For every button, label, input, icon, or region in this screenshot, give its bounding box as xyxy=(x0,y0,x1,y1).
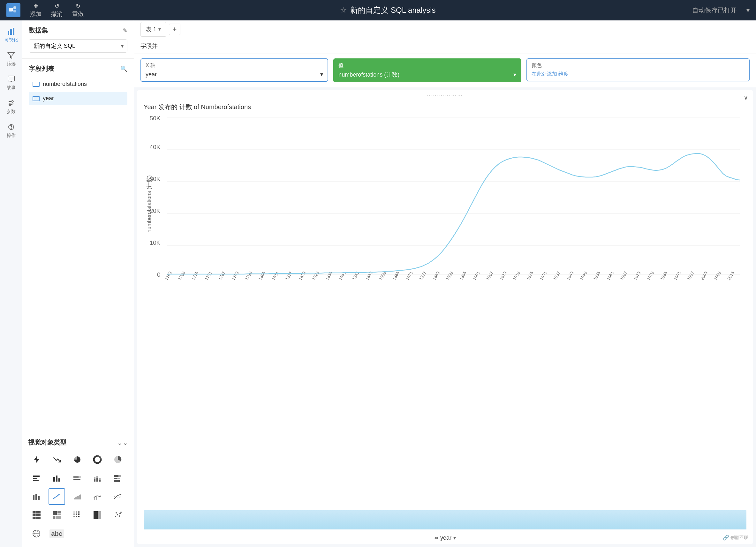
svg-text:1931: 1931 xyxy=(539,271,548,281)
field-name: numberofstations xyxy=(43,81,87,87)
vis-types-section: 视觉对象类型 ⌄⌄ xyxy=(22,433,134,547)
value-dropdown[interactable]: numberofstations (计数) ▾ xyxy=(338,71,516,79)
svg-text:1865: 1865 xyxy=(391,271,400,281)
vis-type-donut[interactable] xyxy=(89,451,106,468)
svg-text:1997: 1997 xyxy=(686,271,695,281)
svg-rect-18 xyxy=(33,475,40,477)
svg-rect-4 xyxy=(10,29,12,35)
svg-rect-5 xyxy=(13,28,14,35)
add-table-button[interactable]: + xyxy=(169,24,180,35)
svg-text:1793: 1793 xyxy=(231,271,240,281)
color-hint[interactable]: 在此处添加 维度 xyxy=(532,71,745,78)
sidebar-item-params[interactable]: 参数 xyxy=(0,95,22,118)
x-axis-dropdown[interactable]: year ▾ xyxy=(146,71,323,78)
vis-type-scatter[interactable] xyxy=(110,507,126,523)
vis-type-half-pie[interactable] xyxy=(69,451,86,468)
vis-type-density[interactable] xyxy=(89,507,106,523)
vis-types-title: 视觉对象类型 xyxy=(28,438,66,447)
svg-text:1949: 1949 xyxy=(579,271,588,281)
value-chevron-icon[interactable]: ▾ xyxy=(513,71,516,78)
vis-type-heatmap[interactable] xyxy=(69,507,86,523)
star-icon[interactable]: ☆ xyxy=(340,6,347,15)
vis-type-grid[interactable] xyxy=(28,507,45,523)
svg-rect-31 xyxy=(96,476,98,478)
vis-type-area[interactable] xyxy=(69,488,86,505)
sidebar-item-action[interactable]: 操作 xyxy=(0,119,22,142)
vis-type-hstacked[interactable] xyxy=(110,470,126,486)
sidebar-item-filter[interactable]: 筛选 xyxy=(0,48,22,70)
svg-text:1799: 1799 xyxy=(244,271,253,281)
field-list: numberofstations year xyxy=(29,78,127,105)
x-axis-chevron-icon[interactable]: ▾ xyxy=(320,71,323,78)
sidebar-item-visualize[interactable]: 可视化 xyxy=(0,24,22,46)
svg-rect-35 xyxy=(118,475,121,477)
vis-type-lightning[interactable] xyxy=(28,451,45,468)
dataset-section-title: 数据集 xyxy=(29,26,48,35)
vis-type-treemap[interactable] xyxy=(49,507,65,523)
svg-rect-55 xyxy=(57,513,61,515)
x-axis-dropdown-icon[interactable]: ▾ xyxy=(453,535,456,541)
svg-point-73 xyxy=(119,513,121,514)
svg-point-7 xyxy=(11,81,12,82)
vis-type-stacked-bar[interactable] xyxy=(89,470,106,486)
vis-type-geo[interactable] xyxy=(28,525,45,542)
sidebar-item-story[interactable]: 故事 xyxy=(0,72,22,94)
svg-rect-41 xyxy=(38,496,40,500)
collapse-icon[interactable]: ⌄⌄ xyxy=(117,439,128,446)
search-icon[interactable]: 🔍 xyxy=(120,65,127,72)
field-name: year xyxy=(43,95,54,102)
vis-type-dual-axis[interactable] xyxy=(110,488,126,505)
vis-type-vbar2[interactable] xyxy=(28,488,45,505)
chart-minimap[interactable] xyxy=(144,510,746,529)
svg-text:1979: 1979 xyxy=(646,271,655,281)
svg-text:40K: 40K xyxy=(150,144,161,150)
redo-button[interactable]: ↻ 重做 xyxy=(72,3,84,18)
vis-type-text[interactable]: abc xyxy=(49,525,65,542)
svg-rect-6 xyxy=(8,76,14,81)
svg-text:1955: 1955 xyxy=(592,271,601,281)
vis-type-hbar[interactable] xyxy=(28,470,45,486)
svg-point-15 xyxy=(11,128,11,129)
svg-rect-66 xyxy=(78,516,79,517)
vis-type-line[interactable] xyxy=(49,488,65,505)
svg-text:1817: 1817 xyxy=(284,271,293,281)
toolbar: ✚ 添加 ↺ 撤消 ↻ 重做 ☆ 新的自定义 SQL analysis 自动保存… xyxy=(0,0,756,20)
dataset-select[interactable]: 新的自定义 SQL xyxy=(29,39,127,53)
field-item-year[interactable]: year xyxy=(29,92,127,105)
icon-sidebar: 可视化 筛选 故事 参数 xyxy=(0,20,22,547)
vis-type-bullet[interactable] xyxy=(69,470,86,486)
svg-rect-57 xyxy=(56,516,61,519)
chevron-down-icon[interactable]: ▾ xyxy=(746,6,750,14)
svg-point-12 xyxy=(11,101,13,103)
expand-icon[interactable]: ∨ xyxy=(744,94,748,101)
value-label: 值 xyxy=(338,62,516,69)
field-item-numberofstations[interactable]: numberofstations xyxy=(29,78,127,91)
dataset-section: 数据集 ✎ 新的自定义 SQL xyxy=(22,20,134,59)
vis-type-pie[interactable] xyxy=(110,451,126,468)
vis-type-trend-down[interactable] xyxy=(49,451,65,468)
vis-type-combo[interactable] xyxy=(89,488,106,505)
svg-text:0: 0 xyxy=(157,271,161,277)
table-tab-1[interactable]: 表 1 ▾ xyxy=(140,22,166,37)
main-layout: 可视化 筛选 故事 参数 xyxy=(0,20,756,547)
svg-text:1871: 1871 xyxy=(405,271,414,281)
field-type-icon xyxy=(33,96,40,101)
add-button[interactable]: ✚ 添加 xyxy=(30,3,42,18)
svg-rect-46 xyxy=(38,511,41,513)
undo-button[interactable]: ↺ 撤消 xyxy=(51,3,63,18)
svg-rect-19 xyxy=(33,478,37,479)
vis-type-bar[interactable] xyxy=(49,470,65,486)
svg-rect-38 xyxy=(114,480,120,482)
svg-point-70 xyxy=(117,514,118,515)
svg-rect-54 xyxy=(57,511,61,513)
svg-rect-29 xyxy=(94,477,95,479)
tab-dropdown-icon[interactable]: ▾ xyxy=(158,26,161,32)
edit-icon[interactable]: ✎ xyxy=(123,27,127,34)
svg-text:1889: 1889 xyxy=(445,271,454,281)
svg-rect-59 xyxy=(76,511,77,513)
svg-text:1829: 1829 xyxy=(311,271,320,281)
color-label: 颜色 xyxy=(532,62,745,69)
svg-rect-53 xyxy=(53,511,57,515)
svg-text:1913: 1913 xyxy=(499,271,508,281)
page-title: 新的自定义 SQL analysis xyxy=(350,5,435,15)
